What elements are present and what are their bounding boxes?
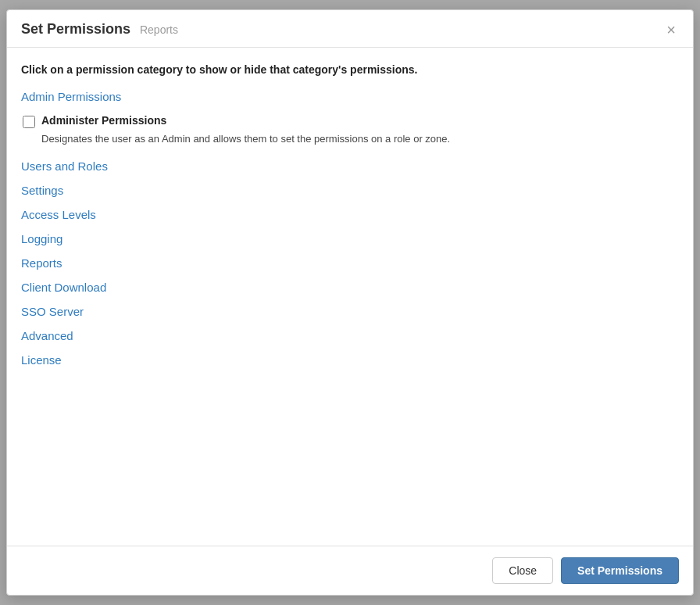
category-link-license[interactable]: License (21, 353, 679, 367)
modal-subtitle: Reports (140, 23, 178, 36)
category-link-settings[interactable]: Settings (21, 184, 679, 197)
administer-permissions-checkbox[interactable] (23, 116, 35, 128)
category-link-reports[interactable]: Reports (21, 256, 679, 270)
category-link-client-download[interactable]: Client Download (21, 281, 679, 294)
permission-label: Administer Permissions (41, 114, 166, 127)
category-link-sso-server[interactable]: SSO Server (21, 305, 679, 318)
category-link-access-levels[interactable]: Access Levels (21, 208, 679, 221)
close-icon[interactable]: × (663, 22, 679, 38)
close-button[interactable]: Close (492, 557, 553, 584)
instruction-text: Click on a permission category to show o… (21, 63, 679, 76)
permission-item-administer: Administer Permissions Designates the us… (23, 114, 679, 147)
modal-body: Click on a permission category to show o… (7, 48, 693, 546)
permission-row: Administer Permissions (23, 114, 679, 128)
category-link-users-and-roles[interactable]: Users and Roles (21, 159, 679, 173)
modal-overlay: Set Permissions Reports × Click on a per… (0, 0, 700, 605)
permission-description: Designates the user as an Admin and allo… (41, 131, 679, 147)
modal-header: Set Permissions Reports × (7, 10, 693, 48)
modal-title: Set Permissions (21, 21, 130, 37)
category-link-advanced[interactable]: Advanced (21, 329, 679, 342)
modal-dialog: Set Permissions Reports × Click on a per… (6, 9, 694, 596)
category-link-admin-permissions[interactable]: Admin Permissions (21, 90, 679, 103)
modal-footer: Close Set Permissions (7, 546, 693, 595)
modal-title-area: Set Permissions Reports (21, 21, 178, 38)
category-link-logging[interactable]: Logging (21, 232, 679, 245)
set-permissions-button[interactable]: Set Permissions (561, 557, 679, 584)
